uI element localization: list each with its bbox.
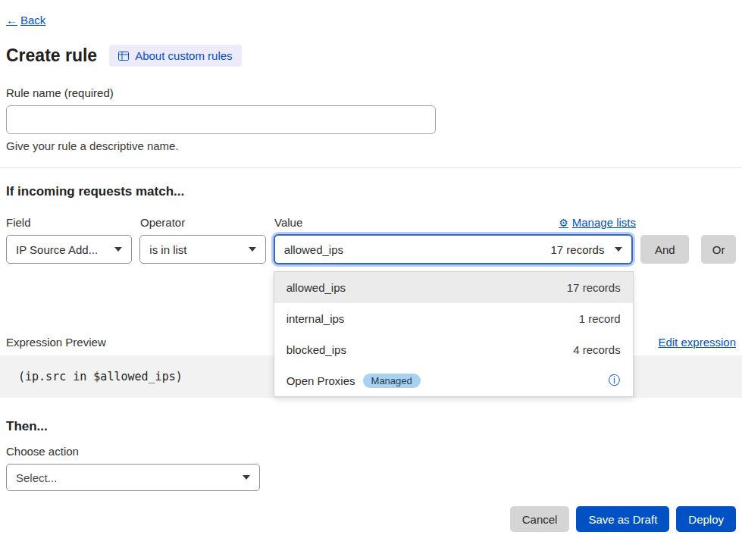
rule-name-label: Rule name (required) <box>0 86 742 99</box>
chevron-down-icon <box>249 247 256 252</box>
expression-preview-label: Expression Preview <box>6 336 106 349</box>
list-option-meta: 4 records <box>573 343 621 356</box>
managed-badge: Managed <box>363 374 421 388</box>
list-option-internal-ips[interactable]: internal_ips 1 record <box>274 303 633 334</box>
match-section-heading: If incoming requests match... <box>0 184 742 199</box>
list-option-blocked-ips[interactable]: blocked_ips 4 records <box>274 334 633 365</box>
list-option-name: internal_ips <box>286 312 345 325</box>
value-label: Value <box>274 216 302 229</box>
controls-labels-row: Field Operator Value ⚙Manage lists <box>6 216 736 229</box>
field-selected-value: IP Source Add... <box>16 243 98 256</box>
or-button[interactable]: Or <box>701 235 736 264</box>
list-option-name: blocked_ips <box>286 343 346 356</box>
chevron-down-icon <box>114 247 122 252</box>
field-select[interactable]: IP Source Add... <box>6 235 132 264</box>
operator-select[interactable]: is in list <box>139 235 265 264</box>
chevron-down-icon <box>615 247 622 252</box>
section-divider <box>0 167 742 168</box>
chevron-down-icon <box>243 475 250 480</box>
manage-lists-label: Manage lists <box>572 216 636 229</box>
footer-actions: Cancel Save as Draft Deploy <box>0 506 742 532</box>
save-as-draft-button[interactable]: Save as Draft <box>576 506 669 532</box>
rule-name-input[interactable] <box>6 105 436 134</box>
cancel-button[interactable]: Cancel <box>510 506 570 532</box>
edit-expression-link[interactable]: Edit expression <box>658 336 736 349</box>
list-option-meta: 1 record <box>579 312 621 325</box>
manage-lists-link[interactable]: ⚙Manage lists <box>559 216 636 229</box>
list-option-open-proxies[interactable]: Open Proxies Managed ⓘ <box>274 365 633 396</box>
rule-name-help: Give your rule a descriptive name. <box>0 139 742 152</box>
then-section-heading: Then... <box>0 419 742 434</box>
list-dropdown-menu: allowed_ips 17 records internal_ips 1 re… <box>274 271 634 397</box>
back-label: Back <box>20 14 45 27</box>
about-custom-rules-link[interactable]: About custom rules <box>109 45 241 67</box>
action-select[interactable]: Select... <box>6 464 260 491</box>
back-row: ←Back <box>0 0 742 27</box>
value-selected-meta: 17 records <box>551 243 605 256</box>
choose-action-label: Choose action <box>0 445 742 458</box>
about-custom-rules-label: About custom rules <box>135 49 232 62</box>
list-option-meta: 17 records <box>567 281 621 294</box>
value-select[interactable]: allowed_ips 17 records <box>274 234 634 264</box>
back-link[interactable]: ←Back <box>6 14 45 27</box>
list-option-name: allowed_ips <box>286 281 346 294</box>
back-arrow-icon: ← <box>6 14 17 27</box>
gear-icon: ⚙ <box>559 217 568 229</box>
and-button[interactable]: And <box>640 235 689 264</box>
field-label: Field <box>6 216 140 229</box>
deploy-button[interactable]: Deploy <box>676 506 736 532</box>
value-select-wrap: allowed_ips 17 records allowed_ips 17 re… <box>274 234 634 264</box>
docs-icon <box>118 52 129 61</box>
operator-label: Operator <box>140 216 274 229</box>
operator-selected-value: is in list <box>149 243 186 256</box>
controls-row: IP Source Add... is in list allowed_ips … <box>6 234 736 264</box>
match-controls-area: Field Operator Value ⚙Manage lists IP So… <box>0 216 742 264</box>
info-icon[interactable]: ⓘ <box>609 373 621 389</box>
expression-code: (ip.src in $allowed_ips) <box>18 370 183 383</box>
list-option-name: Open Proxies <box>286 374 355 387</box>
page-title: Create rule <box>6 45 97 66</box>
value-selected-name: allowed_ips <box>284 243 343 256</box>
list-option-allowed-ips[interactable]: allowed_ips 17 records <box>274 272 633 303</box>
action-selected-value: Select... <box>16 471 57 484</box>
title-row: Create rule About custom rules <box>0 45 742 67</box>
